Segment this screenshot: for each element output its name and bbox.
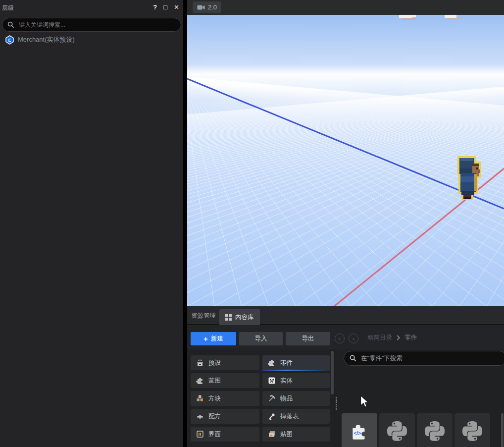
panel-tab-row: 资源管理 内容库 bbox=[187, 306, 504, 325]
app-window: 层级 ? □ ✕ E Merchant(实体预设) bbox=[0, 0, 504, 447]
viewport-3d[interactable] bbox=[187, 15, 504, 306]
category-item-recipe[interactable]: 配方 bbox=[191, 409, 259, 424]
file-card-firstblueprint-part[interactable]: </> FirstBluep rint.part 零件 bbox=[342, 413, 377, 447]
recipe-icon bbox=[196, 412, 204, 420]
file-card-firstblueprintpart-2[interactable]: FirstBluep rintPart... 零件配置文件 bbox=[417, 413, 453, 447]
search-icon bbox=[7, 21, 14, 28]
tab-content-library[interactable]: 内容库 bbox=[219, 309, 260, 325]
library-search-input[interactable] bbox=[360, 354, 501, 362]
breadcrumb-chevron-icon bbox=[396, 335, 401, 340]
chevron-left-icon: ‹ bbox=[339, 335, 341, 342]
category-item-texture[interactable]: 贴图 bbox=[262, 427, 330, 442]
tree-item-merchant[interactable]: E Merchant(实体预设) bbox=[0, 33, 183, 46]
help-button[interactable]: ? bbox=[153, 2, 157, 12]
category-item-entity[interactable]: 实体 bbox=[262, 373, 330, 388]
library-toolbar: + 新建 导入 导出 ‹ › 精简目录 零件 bbox=[187, 326, 504, 349]
import-button-label: 导入 bbox=[255, 335, 267, 343]
category-label: 物品 bbox=[280, 394, 293, 403]
library-content: 预设 蓝图 方块 bbox=[187, 349, 504, 447]
villager-entity[interactable] bbox=[457, 156, 481, 200]
viewport-topbar: 2.0 bbox=[187, 0, 504, 15]
item-icon bbox=[268, 394, 276, 402]
camera-icon bbox=[197, 4, 205, 10]
category-label: 蓝图 bbox=[208, 377, 221, 385]
entity-preset-icon: E bbox=[5, 35, 14, 45]
category-item-blueprint[interactable]: 蓝图 bbox=[191, 373, 259, 388]
category-scrollbar[interactable] bbox=[331, 351, 334, 445]
part-icon bbox=[268, 359, 276, 367]
maximize-button[interactable]: □ bbox=[163, 2, 167, 12]
breadcrumb-root[interactable]: 精简目录 bbox=[367, 334, 392, 342]
category-label: 零件 bbox=[280, 359, 293, 367]
hierarchy-header: 层级 ? □ ✕ bbox=[0, 0, 183, 15]
new-button-label: 新建 bbox=[211, 335, 223, 343]
python-icon bbox=[386, 420, 408, 443]
category-item-item[interactable]: 物品 bbox=[262, 391, 330, 406]
nav-forward-button[interactable]: › bbox=[349, 334, 358, 343]
svg-text:E: E bbox=[8, 38, 11, 43]
category-label: 界面 bbox=[208, 430, 221, 439]
category-label: 贴图 bbox=[280, 430, 293, 439]
tab-label: 内容库 bbox=[235, 313, 254, 322]
horizon-haze bbox=[187, 64, 504, 99]
panel-splitter-handle[interactable] bbox=[336, 397, 338, 410]
breadcrumb-current[interactable]: 零件 bbox=[404, 334, 417, 342]
blueprint-icon bbox=[196, 377, 204, 385]
camera-speed-badge[interactable]: 2.0 bbox=[193, 1, 221, 13]
hierarchy-panel: 层级 ? □ ✕ E Merchant(实体预设) bbox=[0, 0, 183, 447]
svg-text:</>: </> bbox=[353, 430, 361, 436]
hierarchy-search bbox=[2, 18, 181, 32]
block-icon bbox=[196, 394, 204, 402]
new-button[interactable]: + 新建 bbox=[191, 332, 236, 345]
nav-back-button[interactable]: ‹ bbox=[335, 334, 345, 343]
panel-title: 层级 bbox=[2, 4, 14, 12]
texture-icon bbox=[268, 430, 276, 438]
file-card-firstblueprintpart-py[interactable]: FirstBluep rintPart.py 零件配置文件 bbox=[379, 413, 415, 447]
entity-icon bbox=[268, 377, 276, 385]
python-icon bbox=[423, 420, 446, 443]
tree-item-label: Merchant(实体预设) bbox=[18, 35, 75, 44]
part-file-icon: </> bbox=[349, 421, 370, 442]
category-list: 预设 蓝图 方块 bbox=[191, 355, 330, 442]
breadcrumb: 精简目录 零件 bbox=[367, 326, 417, 349]
export-button[interactable]: 导出 bbox=[286, 332, 330, 345]
grid-icon bbox=[225, 314, 232, 321]
ui-icon bbox=[196, 430, 204, 438]
bottom-panel: 资源管理 内容库 + 新建 导入 导出 bbox=[187, 306, 504, 447]
category-item-preset[interactable]: 预设 bbox=[191, 355, 259, 370]
camera-speed-value: 2.0 bbox=[208, 3, 217, 11]
category-item-part[interactable]: 零件 bbox=[262, 355, 330, 370]
chevron-right-icon: › bbox=[353, 335, 354, 342]
category-label: 掉落表 bbox=[280, 412, 299, 421]
python-icon bbox=[461, 420, 484, 443]
plus-icon: + bbox=[203, 335, 208, 342]
hierarchy-search-input[interactable] bbox=[18, 21, 176, 29]
tab-resource-manager[interactable]: 资源管理 bbox=[191, 306, 216, 325]
library-scrollbar[interactable] bbox=[501, 413, 504, 447]
export-button-label: 导出 bbox=[302, 335, 314, 343]
preset-icon bbox=[196, 359, 204, 367]
category-item-block[interactable]: 方块 bbox=[191, 391, 259, 406]
import-button[interactable]: 导入 bbox=[239, 332, 283, 345]
category-label: 配方 bbox=[208, 412, 221, 421]
category-label: 实体 bbox=[280, 377, 293, 385]
library-search bbox=[344, 351, 504, 366]
close-button[interactable]: ✕ bbox=[174, 2, 179, 12]
panel-divider bbox=[335, 349, 335, 447]
search-icon bbox=[350, 355, 356, 362]
category-item-ui[interactable]: 界面 bbox=[191, 427, 259, 442]
loot-icon bbox=[268, 412, 276, 420]
category-label: 方块 bbox=[208, 394, 221, 403]
category-label: 预设 bbox=[208, 359, 221, 367]
category-item-loottable[interactable]: 掉落表 bbox=[262, 409, 330, 424]
file-card-init-py[interactable]: __init__.py 零件配置文件 bbox=[454, 413, 490, 447]
